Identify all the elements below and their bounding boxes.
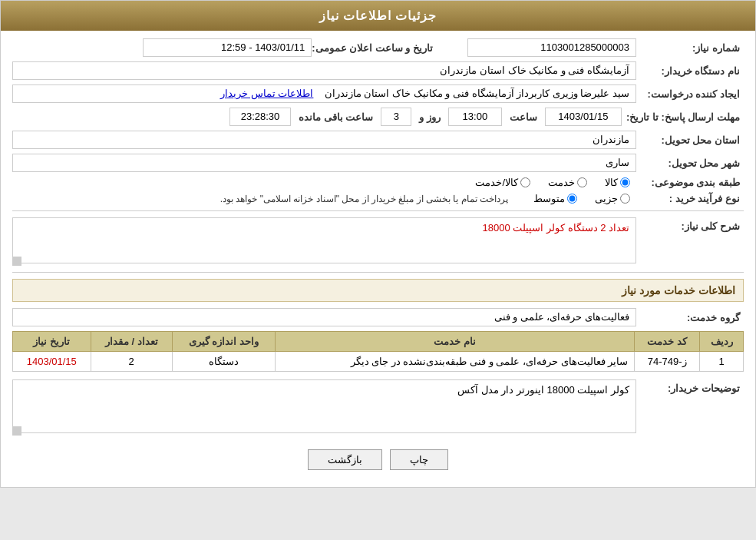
purchase-type-label: نوع فرآیند خرید : — [636, 193, 744, 204]
services-section-title: اطلاعات خدمات مورد نیاز — [12, 279, 744, 302]
buyer-org-label: نام دستگاه خریدار: — [636, 65, 744, 77]
announcement-date-label: تاریخ و ساعت اعلان عمومی: — [312, 42, 437, 54]
purchase-type-radio-jozi[interactable] — [620, 194, 630, 204]
col-header-date: تاریخ نیاز — [13, 332, 91, 352]
response-days: 3 — [381, 108, 411, 126]
page-title: جزئیات اطلاعات نیاز — [319, 9, 437, 22]
table-row: 1 ز-749-74 سایر فعالیت‌های حرفه‌ای، علمی… — [13, 352, 744, 372]
response-time-label: ساعت — [507, 111, 540, 123]
purchase-type-label-jozi: جزیی — [595, 193, 618, 204]
page-wrapper: جزئیات اطلاعات نیاز شماره نیاز: 11030012… — [0, 0, 756, 488]
response-date: 1403/01/15 — [545, 108, 622, 126]
creator-row: ایجاد کننده درخواست: سید علیرضا وزیری کا… — [12, 84, 744, 103]
response-time: 13:00 — [448, 108, 502, 126]
response-days-label: روز و — [416, 111, 444, 123]
category-label-khedmat: خدمت — [548, 177, 575, 188]
cell-service-name: سایر فعالیت‌های حرفه‌ای، علمی و فنی طبقه… — [275, 352, 634, 372]
cell-date: 1403/01/15 — [13, 352, 91, 372]
category-option-kala-khedmat: کالا/خدمت — [475, 177, 530, 188]
need-number-row: شماره نیاز: 1103001285000003 تاریخ و ساع… — [12, 38, 744, 57]
need-number-label: شماره نیاز: — [636, 42, 744, 54]
col-header-service-code: کد خدمت — [635, 332, 700, 352]
services-table: ردیف کد خدمت نام خدمت واحد اندازه گیری ت… — [12, 331, 744, 372]
category-option-khedmat: خدمت — [548, 177, 587, 188]
cell-quantity: 2 — [91, 352, 172, 372]
print-button[interactable]: چاپ — [390, 449, 448, 470]
response-deadline-label: مهلت ارسال پاسخ: تا تاریخ: — [626, 111, 744, 123]
province-value: مازندران — [12, 131, 636, 149]
response-deadline-row: مهلت ارسال پاسخ: تا تاریخ: 1403/01/15 سا… — [12, 108, 744, 126]
cell-service-code: ز-749-74 — [635, 352, 700, 372]
service-group-value: فعالیت‌های حرفه‌ای، علمی و فنی — [12, 308, 636, 326]
back-button[interactable]: بازگشت — [308, 449, 382, 470]
category-row: طبقه بندی موضوعی: کالا خدمت کالا/خدمت — [12, 177, 744, 188]
col-header-unit: واحد اندازه گیری — [172, 332, 275, 352]
purchase-type-row: نوع فرآیند خرید : جزیی متوسط پرداخت تمام… — [12, 193, 744, 204]
col-header-row-num: ردیف — [700, 332, 744, 352]
category-radio-khedmat[interactable] — [577, 177, 587, 187]
need-description-textarea[interactable] — [12, 217, 636, 263]
content-area: شماره نیاز: 1103001285000003 تاریخ و ساع… — [1, 31, 755, 487]
cell-row-num: 1 — [700, 352, 744, 372]
table-body: 1 ز-749-74 سایر فعالیت‌های حرفه‌ای، علمی… — [13, 352, 744, 372]
buyer-description-textarea[interactable] — [12, 379, 636, 433]
table-header: ردیف کد خدمت نام خدمت واحد اندازه گیری ت… — [13, 332, 744, 352]
divider-1 — [12, 210, 744, 211]
buyer-description-wrapper — [12, 379, 636, 436]
resize-handle-need[interactable] — [12, 257, 21, 266]
category-option-kala: کالا — [605, 177, 630, 188]
divider-2 — [12, 272, 744, 273]
category-label-kala-khedmat: کالا/خدمت — [475, 177, 518, 188]
col-header-service-name: نام خدمت — [275, 332, 634, 352]
service-group-row: گروه خدمت: فعالیت‌های حرفه‌ای، علمی و فن… — [12, 308, 744, 326]
contact-link[interactable]: اطلاعات تماس خریدار — [220, 88, 313, 99]
remaining-time: 23:28:30 — [229, 108, 291, 126]
buyer-description-label: توضیحات خریدار: — [636, 379, 744, 394]
need-description-row: شرح کلی نیاز: — [12, 217, 744, 266]
buyer-org-value: آزمایشگاه فنی و مکانیک خاک استان مازندرا… — [12, 61, 636, 80]
city-label: شهر محل تحویل: — [636, 157, 744, 169]
province-label: استان محل تحویل: — [636, 134, 744, 146]
purchase-type-motavasset: متوسط — [533, 193, 577, 204]
category-radio-kala[interactable] — [620, 177, 630, 187]
category-label-kala: کالا — [605, 177, 618, 188]
purchase-notice: پرداخت تمام یا بخشی از مبلغ خریدار از مح… — [220, 194, 508, 204]
purchase-type-label-motavasset: متوسط — [533, 193, 565, 204]
buyer-description-row: توضیحات خریدار: — [12, 379, 744, 436]
need-description-label: شرح کلی نیاز: — [636, 217, 744, 232]
page-header: جزئیات اطلاعات نیاز — [1, 1, 755, 31]
creator-value: سید علیرضا وزیری کاربرداز آزمایشگاه فنی … — [12, 84, 636, 103]
buyer-org-row: نام دستگاه خریدار: آزمایشگاه فنی و مکانی… — [12, 61, 744, 80]
need-description-wrapper — [12, 217, 636, 266]
resize-handle-buyer[interactable] — [12, 426, 21, 436]
province-row: استان محل تحویل: مازندران — [12, 131, 744, 149]
purchase-type-jozi: جزیی — [595, 193, 630, 204]
service-group-label: گروه خدمت: — [636, 312, 744, 323]
table-header-row: ردیف کد خدمت نام خدمت واحد اندازه گیری ت… — [13, 332, 744, 352]
purchase-type-radio-motavasset[interactable] — [567, 194, 577, 204]
city-value: ساری — [12, 154, 636, 172]
cell-unit: دستگاه — [172, 352, 275, 372]
category-radio-kala-khedmat[interactable] — [520, 177, 530, 187]
remaining-time-label: ساعت باقی مانده — [295, 111, 376, 123]
announcement-date-value: 1403/01/11 - 12:59 — [143, 38, 312, 57]
city-row: شهر محل تحویل: ساری — [12, 154, 744, 172]
creator-label: ایجاد کننده درخواست: — [636, 88, 744, 100]
category-label: طبقه بندی موضوعی: — [636, 177, 744, 188]
col-header-quantity: تعداد / مقدار — [91, 332, 172, 352]
need-number-value: 1103001285000003 — [467, 38, 636, 57]
buttons-row: چاپ بازگشت — [12, 440, 744, 479]
